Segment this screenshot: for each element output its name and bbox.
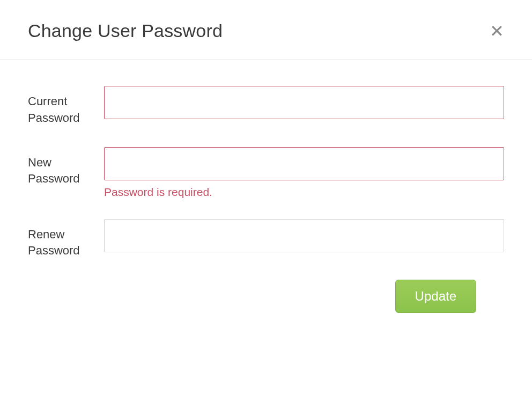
new-password-field-wrapper: Password is required. — [104, 147, 504, 199]
new-password-label: New Password — [28, 147, 104, 188]
modal-body: Current Password New Password Password i… — [0, 60, 532, 329]
close-button[interactable]: ✕ — [490, 23, 504, 40]
modal-header: Change User Password ✕ — [0, 0, 532, 60]
renew-password-field-wrapper — [104, 219, 504, 252]
current-password-field-wrapper — [104, 86, 504, 119]
close-icon: ✕ — [490, 21, 504, 41]
renew-password-label: Renew Password — [28, 219, 104, 260]
new-password-input[interactable] — [104, 147, 504, 180]
modal-footer: Update — [28, 280, 504, 313]
change-password-modal: Change User Password ✕ Current Password … — [0, 0, 532, 394]
current-password-input[interactable] — [104, 86, 504, 119]
update-button[interactable]: Update — [395, 280, 476, 313]
new-password-error: Password is required. — [104, 186, 504, 199]
current-password-label: Current Password — [28, 86, 104, 127]
renew-password-row: Renew Password — [28, 219, 504, 260]
new-password-row: New Password Password is required. — [28, 147, 504, 199]
renew-password-input[interactable] — [104, 219, 504, 252]
modal-title: Change User Password — [28, 20, 223, 41]
current-password-row: Current Password — [28, 86, 504, 127]
